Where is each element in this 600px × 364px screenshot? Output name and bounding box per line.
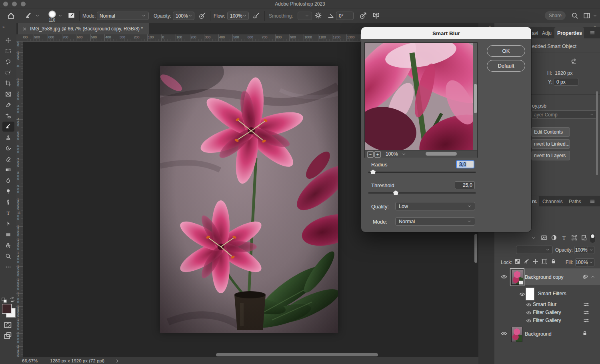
smart-filter-circles-icon[interactable] (582, 274, 588, 280)
paint-symmetry-icon[interactable] (372, 12, 380, 20)
radius-slider-thumb[interactable] (370, 170, 376, 174)
home-icon[interactable] (7, 12, 15, 20)
radius-slider-track[interactable] (368, 172, 476, 173)
foreground-color-swatch[interactable] (2, 304, 12, 314)
lock-position-icon[interactable] (532, 258, 538, 264)
background-thumbnail[interactable] (511, 327, 522, 342)
convert-to-linked-button[interactable]: nvert to Linked... (531, 139, 570, 149)
filter-gallery-filter[interactable]: Filter Gallery (533, 310, 561, 315)
screen-mode-icon[interactable] (4, 332, 12, 340)
blur-mode-select[interactable]: Normal (395, 217, 475, 226)
opacity-pressure-icon[interactable] (198, 12, 206, 20)
blur-preview-image[interactable] (365, 43, 473, 150)
zoom-tool[interactable] (2, 251, 14, 261)
filter-gallery-filter-2[interactable]: Filter Gallery (533, 318, 561, 323)
zoom-in-button[interactable]: + (374, 151, 381, 158)
blend-mode-select[interactable]: Normal (97, 12, 149, 20)
eyedropper-tool[interactable] (2, 100, 14, 110)
vertical-scrollbar[interactable] (474, 234, 477, 263)
lock-transparency-icon[interactable] (514, 258, 520, 264)
reset-transform-icon[interactable] (570, 58, 577, 65)
clone-stamp-tool[interactable] (2, 132, 14, 142)
lock-all-icon[interactable] (550, 258, 556, 264)
filter-mask-thumbnail[interactable] (526, 288, 534, 300)
edit-contents-button[interactable]: Edit Contents (531, 127, 570, 137)
history-brush-tool[interactable] (2, 143, 14, 153)
zoom-level-field[interactable]: 66,67% (22, 358, 38, 363)
filter-pixel-layers-icon[interactable] (541, 234, 547, 241)
move-tool[interactable] (2, 35, 14, 45)
smart-filters-label[interactable]: Smart Filters (538, 291, 566, 296)
threshold-input[interactable]: 25,0 (455, 181, 475, 189)
brush-preset-chevron-icon[interactable] (35, 14, 40, 18)
layer-fill-value[interactable]: 100% (575, 258, 588, 266)
preview-hscroll-thumb[interactable] (426, 152, 457, 156)
filter-type-chevron-icon[interactable] (531, 236, 536, 240)
panel-menu-icon[interactable] (590, 198, 595, 204)
preview-vscroll-track[interactable] (473, 43, 477, 150)
layer-name[interactable]: Background copy (525, 274, 564, 280)
preview-vscroll-thumb[interactable] (474, 84, 477, 113)
more-tools[interactable] (2, 262, 14, 272)
filter-smart-objects-icon[interactable] (581, 234, 587, 241)
object-selection-tool[interactable] (2, 68, 14, 78)
filter-gallery-eye-icon[interactable] (526, 318, 532, 324)
size-pressure-icon[interactable] (359, 12, 367, 20)
workspace-icon[interactable] (583, 12, 590, 19)
hand-tool[interactable] (2, 240, 14, 250)
convert-to-layers-button[interactable]: nvert to Layers (531, 151, 570, 160)
brush-settings-panel-icon[interactable] (68, 12, 75, 19)
layer-comp-select[interactable]: ayer Comp (531, 110, 597, 119)
smoothing-select[interactable] (298, 12, 312, 20)
tab-navigator[interactable]: avi (532, 30, 538, 36)
healing-brush-tool[interactable] (2, 111, 14, 121)
dialog-titlebar[interactable]: Smart Blur (361, 27, 531, 39)
smart-blur-eye-icon[interactable] (526, 302, 532, 308)
brush-tip-preview[interactable] (48, 10, 56, 18)
share-button[interactable]: Share (545, 11, 566, 20)
ok-button[interactable]: OK (487, 45, 525, 57)
layer-thumbnail[interactable] (511, 270, 523, 285)
y-input[interactable]: 0 px (554, 78, 578, 86)
brush-preset-icon[interactable] (25, 12, 32, 19)
smart-filters-eye-icon[interactable] (519, 291, 525, 297)
threshold-slider-thumb[interactable] (393, 190, 398, 195)
search-icon[interactable] (571, 12, 578, 19)
horizontal-scrollbar[interactable] (216, 353, 378, 356)
frame-tool[interactable] (2, 89, 14, 99)
document-tab[interactable]: IMG_3588.jpg @ 66,7% (Background copy, R… (18, 23, 149, 34)
smart-blur-filter[interactable]: Smart Blur (533, 302, 556, 307)
tab-adjustments[interactable]: Adju (542, 30, 552, 36)
photo-canvas[interactable] (160, 66, 338, 333)
lock-artboard-icon[interactable] (541, 258, 547, 264)
layer-blend-mode-select[interactable] (516, 246, 553, 254)
close-tab-icon[interactable] (22, 27, 27, 31)
filter-blend-options-icon[interactable] (583, 302, 589, 308)
properties-scrollbar[interactable] (596, 91, 598, 175)
path-selection-tool[interactable] (2, 219, 14, 229)
lasso-tool[interactable] (2, 57, 14, 67)
opacity-select[interactable]: 100% (173, 12, 194, 20)
type-tool[interactable]: T (2, 208, 14, 218)
radius-input[interactable]: 3,0 (456, 160, 474, 168)
status-chevron-icon[interactable] (115, 359, 119, 363)
shape-tool[interactable] (2, 230, 14, 240)
quality-select[interactable]: Low (395, 202, 475, 210)
expand-tools-icon[interactable]: » (2, 25, 4, 29)
quick-mask-icon[interactable] (4, 321, 12, 329)
background-layer-name[interactable]: Background (525, 331, 552, 337)
flow-select[interactable]: 100% (227, 12, 249, 20)
filter-adjustment-layers-icon[interactable] (551, 234, 557, 241)
filter-blend-options-icon[interactable] (583, 318, 589, 324)
layer-opacity-value[interactable]: 100% (574, 246, 588, 254)
gradient-tool[interactable] (2, 165, 14, 175)
default-button[interactable]: Default (487, 60, 525, 72)
workspace-chevron-icon[interactable] (593, 14, 597, 18)
brush-tool[interactable] (2, 122, 14, 132)
airbrush-icon[interactable] (252, 12, 260, 20)
marquee-tool[interactable] (2, 46, 14, 56)
collapse-filters-chevron-icon[interactable] (590, 274, 595, 279)
filter-blend-options-icon[interactable] (583, 310, 589, 316)
brush-angle-input[interactable]: 0° (336, 12, 354, 20)
pen-tool[interactable] (2, 197, 14, 207)
